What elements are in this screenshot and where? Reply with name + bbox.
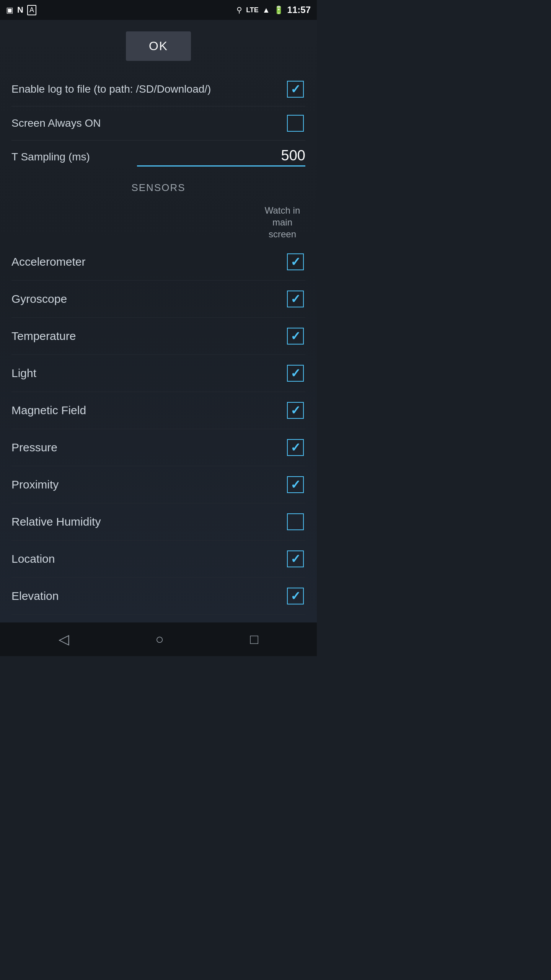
sensor-row-temperature: Temperature xyxy=(11,318,305,355)
magnetic-field-checkbox[interactable] xyxy=(287,402,304,419)
back-button[interactable]: ◁ xyxy=(59,631,69,647)
ok-button-container: OK xyxy=(11,31,305,61)
pressure-checkbox-container[interactable] xyxy=(285,438,305,457)
temperature-checkbox-container[interactable] xyxy=(285,326,305,346)
sensors-header: Watch in main screen xyxy=(11,201,305,243)
screen-always-on-checkbox[interactable] xyxy=(287,115,304,132)
main-content: OK Enable log to file (to path: /SD/Down… xyxy=(0,20,317,622)
t-sampling-input-container: 500 xyxy=(98,147,305,167)
screen-always-on-checkbox-container[interactable] xyxy=(285,113,305,133)
sensor-row-location: Location xyxy=(11,541,305,578)
t-sampling-underline xyxy=(137,165,305,167)
relative-humidity-checkbox[interactable] xyxy=(287,513,304,530)
sensor-row-magnetic-field: Magnetic Field xyxy=(11,392,305,429)
sensor-name-magnetic-field: Magnetic Field xyxy=(11,404,86,417)
status-bar-right: ⚲ LTE ▲ 🔋 11:57 xyxy=(236,5,311,15)
sensor-name-elevation: Elevation xyxy=(11,590,59,603)
status-time: 11:57 xyxy=(287,5,311,15)
nav-bar: ◁ ○ □ xyxy=(0,622,317,656)
lte-icon: LTE xyxy=(246,6,259,14)
t-sampling-row: T Sampling (ms) 500 xyxy=(11,140,305,170)
proximity-checkbox[interactable] xyxy=(287,476,304,493)
relative-humidity-checkbox-container[interactable] xyxy=(285,512,305,532)
proximity-checkbox-container[interactable] xyxy=(285,475,305,495)
enable-log-label: Enable log to file (to path: /SD/Downloa… xyxy=(11,82,285,96)
elevation-checkbox-container[interactable] xyxy=(285,586,305,606)
sensors-title: SENSORS xyxy=(11,178,305,198)
location-checkbox[interactable] xyxy=(287,550,304,567)
sensor-name-relative-humidity: Relative Humidity xyxy=(11,515,101,528)
sensor-row-light: Light xyxy=(11,355,305,392)
t-sampling-label: T Sampling (ms) xyxy=(11,151,90,163)
status-bar: ▣ N A ⚲ LTE ▲ 🔋 11:57 xyxy=(0,0,317,20)
light-checkbox[interactable] xyxy=(287,365,304,382)
location-checkbox-container[interactable] xyxy=(285,549,305,569)
sensor-name-accelerometer: Accelerometer xyxy=(11,255,85,268)
sensor-name-gyroscope: Gyroscope xyxy=(11,292,67,305)
gyroscope-checkbox-container[interactable] xyxy=(285,289,305,309)
accelerometer-checkbox-container[interactable] xyxy=(285,252,305,272)
signal-icon: ▲ xyxy=(262,6,270,15)
elevation-checkbox[interactable] xyxy=(287,588,304,604)
enable-log-checkbox-container[interactable] xyxy=(285,79,305,99)
n-icon: N xyxy=(17,5,23,15)
t-sampling-value[interactable]: 500 xyxy=(281,147,305,165)
status-bar-left: ▣ N A xyxy=(6,5,36,15)
sensor-row-accelerometer: Accelerometer xyxy=(11,243,305,281)
sensor-name-pressure: Pressure xyxy=(11,441,57,454)
sensor-name-light: Light xyxy=(11,367,36,380)
screen-always-on-label: Screen Always ON xyxy=(11,116,285,130)
battery-icon: 🔋 xyxy=(274,5,284,15)
enable-log-row: Enable log to file (to path: /SD/Downloa… xyxy=(11,72,305,106)
sensor-name-temperature: Temperature xyxy=(11,330,76,343)
location-icon: ⚲ xyxy=(236,5,242,15)
sensor-row-gyroscope: Gyroscope xyxy=(11,281,305,318)
pressure-checkbox[interactable] xyxy=(287,439,304,456)
a-icon: A xyxy=(27,5,36,15)
temperature-checkbox[interactable] xyxy=(287,328,304,345)
sim-card-icon: ▣ xyxy=(6,5,13,15)
home-button[interactable]: ○ xyxy=(155,631,164,647)
light-checkbox-container[interactable] xyxy=(285,363,305,383)
screen-always-on-row: Screen Always ON xyxy=(11,106,305,140)
sensor-name-proximity: Proximity xyxy=(11,478,59,491)
sensor-name-location: Location xyxy=(11,552,55,565)
sensors-header-label: Watch in main screen xyxy=(259,204,305,240)
magnetic-field-checkbox-container[interactable] xyxy=(285,400,305,420)
gyroscope-checkbox[interactable] xyxy=(287,291,304,307)
sensors-section: SENSORS Watch in main screen Acceleromet… xyxy=(11,178,305,615)
sensor-row-elevation: Elevation xyxy=(11,578,305,615)
sensor-row-relative-humidity: Relative Humidity xyxy=(11,503,305,541)
sensor-row-pressure: Pressure xyxy=(11,429,305,466)
sensor-row-proximity: Proximity xyxy=(11,466,305,503)
ok-button[interactable]: OK xyxy=(126,31,191,61)
accelerometer-checkbox[interactable] xyxy=(287,253,304,270)
enable-log-checkbox[interactable] xyxy=(287,81,304,98)
recent-apps-button[interactable]: □ xyxy=(250,631,259,647)
